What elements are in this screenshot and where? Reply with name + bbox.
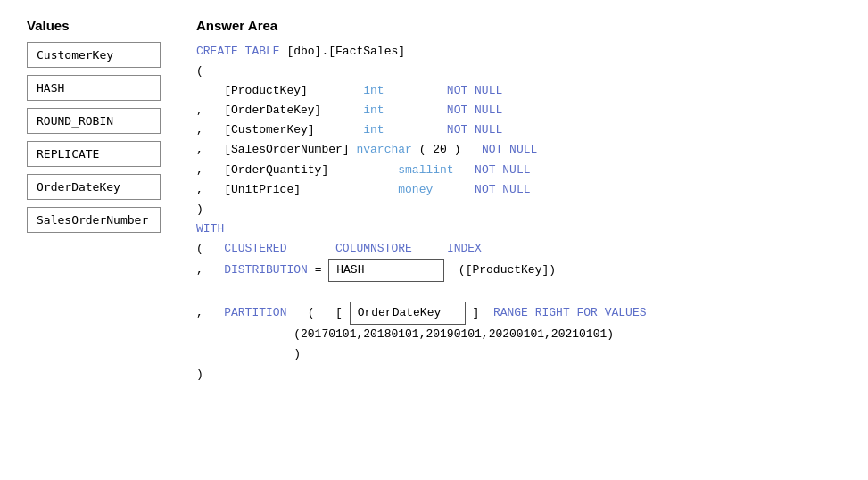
line-close-paren: ) <box>196 200 841 219</box>
value-box-round-robin[interactable]: ROUND_ROBIN <box>27 108 161 134</box>
value-box-salesordernumber[interactable]: SalesOrderNumber <box>27 207 161 233</box>
distribution-box[interactable]: HASH <box>328 259 444 282</box>
value-box-customerkey[interactable]: CustomerKey <box>27 42 161 68</box>
main-layout: Values CustomerKey HASH ROUND_ROBIN REPL… <box>27 18 841 385</box>
partition-box[interactable]: OrderDateKey <box>350 302 466 325</box>
answer-title: Answer Area <box>196 18 841 33</box>
values-title: Values <box>27 18 161 33</box>
line-customerkey: , [CustomerKey] int NOT NULL <box>196 120 841 140</box>
line-values: (20170101,20180101,20190101,20200101,202… <box>196 325 841 344</box>
line-create: CREATE TABLE [dbo].[FactSales] <box>196 42 841 62</box>
line-unitprice: , [UnitPrice] money NOT NULL <box>196 180 841 200</box>
code-block: CREATE TABLE [dbo].[FactSales] ( [Produc… <box>196 42 841 385</box>
line-distribution: , DISTRIBUTION = HASH ([ProductKey]) <box>196 259 841 282</box>
line-open-paren: ( <box>196 62 841 81</box>
line-final-close: ) <box>196 365 841 385</box>
line-with: WITH <box>196 219 841 239</box>
value-box-hash[interactable]: HASH <box>27 75 161 101</box>
values-column: Values CustomerKey HASH ROUND_ROBIN REPL… <box>27 18 161 385</box>
line-productkey: [ProductKey] int NOT NULL <box>196 81 841 101</box>
line-orderquantity: , [OrderQuantity] smallint NOT NULL <box>196 161 841 180</box>
answer-column: Answer Area CREATE TABLE [dbo].[FactSale… <box>196 18 841 385</box>
line-salesordernumber: , [SalesOrderNumber] nvarchar ( 20 ) NOT… <box>196 140 841 160</box>
value-box-replicate[interactable]: REPLICATE <box>27 141 161 167</box>
line-values-close: ) <box>196 344 841 364</box>
line-partition: , PARTITION ( [ OrderDateKey ] RANGE RIG… <box>196 302 841 325</box>
line-clustered: ( CLUSTERED COLUMNSTORE INDEX <box>196 239 841 259</box>
line-orderdatekey: , [OrderDateKey] int NOT NULL <box>196 101 841 120</box>
value-box-orderdatekey[interactable]: OrderDateKey <box>27 174 161 200</box>
line-blank <box>196 282 841 302</box>
